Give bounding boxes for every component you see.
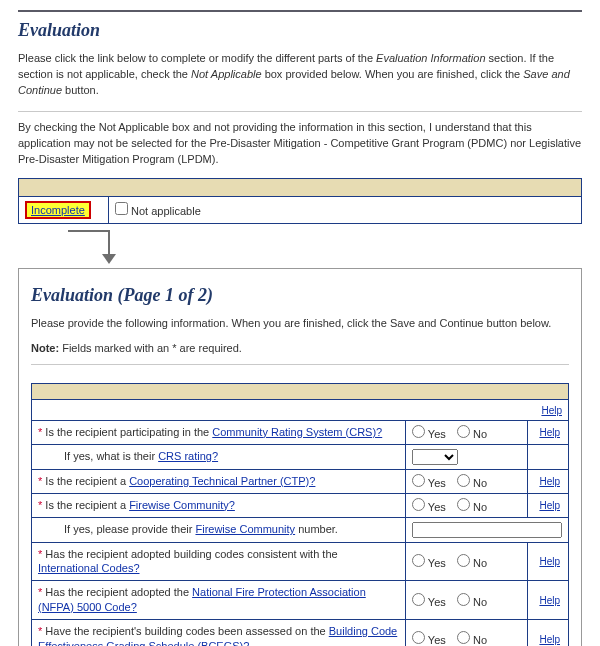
radio-bcegs-yes[interactable] (412, 631, 425, 644)
radio-bcegs-no[interactable] (457, 631, 470, 644)
link-crs-rating[interactable]: CRS rating? (158, 450, 218, 462)
help-link-ctp[interactable]: Help (539, 476, 560, 487)
help-link-firewise[interactable]: Help (539, 500, 560, 511)
status-badge: Incomplete (25, 201, 91, 219)
help-link-bcegs[interactable]: Help (539, 634, 560, 645)
required-note: Note: Fields marked with an * are requir… (31, 342, 569, 354)
link-firewise-num[interactable]: Firewise Community (195, 523, 295, 535)
question-row-ctp: * Is the recipient a Cooperating Technic… (32, 469, 569, 493)
help-link-top[interactable]: Help (541, 405, 562, 416)
link-ctp[interactable]: Cooperating Technical Partner (CTP)? (129, 475, 315, 487)
chevron-down-icon (102, 254, 116, 266)
na-notice: By checking the Not Applicable box and n… (18, 120, 582, 168)
question-row-bcegs: * Have the recipient's building codes be… (32, 619, 569, 646)
radio-firewise-yes[interactable] (412, 498, 425, 511)
radio-intl-no[interactable] (457, 554, 470, 567)
input-firewise-number[interactable] (412, 522, 562, 538)
help-link-crs[interactable]: Help (539, 427, 560, 438)
evaluation-page1-panel: Evaluation (Page 1 of 2) Please provide … (18, 268, 582, 646)
not-applicable-checkbox[interactable] (115, 202, 128, 215)
radio-crs-yes[interactable] (412, 425, 425, 438)
select-crs-rating[interactable] (412, 449, 458, 465)
help-link-nfpa[interactable]: Help (539, 595, 560, 606)
link-crs[interactable]: Community Rating System (CRS)? (212, 426, 382, 438)
status-link-incomplete[interactable]: Incomplete (31, 204, 85, 216)
page1-intro: Please provide the following information… (31, 316, 569, 332)
link-firewise[interactable]: Firewise Community? (129, 499, 235, 511)
radio-firewise-no[interactable] (457, 498, 470, 511)
svg-marker-0 (102, 254, 116, 264)
radio-intl-yes[interactable] (412, 554, 425, 567)
radio-ctp-no[interactable] (457, 474, 470, 487)
question-row-firewise-number: If yes, please provide their Firewise Co… (32, 517, 569, 542)
section-title-page1: Evaluation (Page 1 of 2) (31, 285, 569, 306)
arrow-annotation (68, 224, 582, 268)
link-intl-codes[interactable]: International Codes? (38, 562, 140, 574)
question-row-crs: * Is the recipient participating in the … (32, 420, 569, 444)
radio-ctp-yes[interactable] (412, 474, 425, 487)
question-row-intl-codes: * Has the recipient adopted building cod… (32, 542, 569, 581)
radio-nfpa-no[interactable] (457, 593, 470, 606)
radio-crs-no[interactable] (457, 425, 470, 438)
questions-table: Help * Is the recipient participating in… (31, 383, 569, 646)
radio-nfpa-yes[interactable] (412, 593, 425, 606)
section-title-evaluation: Evaluation (18, 20, 582, 41)
status-table: Incomplete Not applicable (18, 178, 582, 224)
question-row-nfpa: * Has the recipient adopted the National… (32, 581, 569, 620)
question-row-firewise: * Is the recipient a Firewise Community?… (32, 493, 569, 517)
intro-text: Please click the link below to complete … (18, 51, 582, 99)
not-applicable-label[interactable]: Not applicable (115, 205, 201, 217)
question-row-crs-rating: If yes, what is their CRS rating? (32, 444, 569, 469)
help-link-intl[interactable]: Help (539, 556, 560, 567)
